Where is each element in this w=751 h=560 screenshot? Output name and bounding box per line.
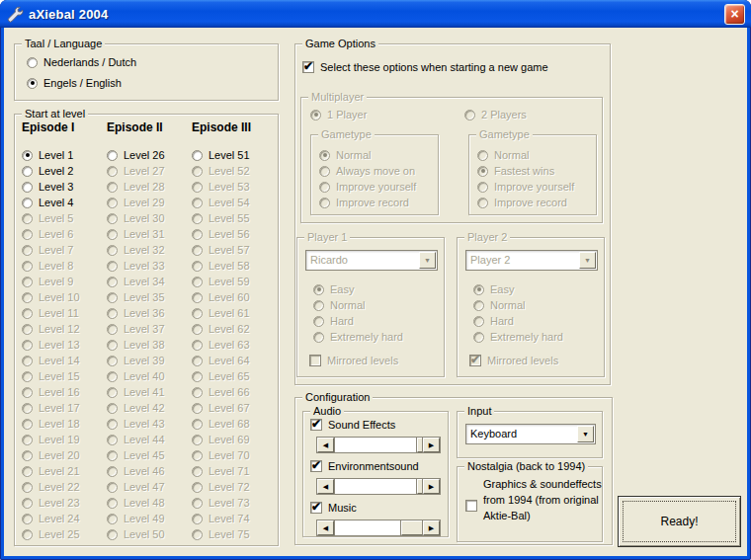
player-count-option-1: 1 Player [310, 107, 367, 122]
radio-level-24: Level 24 [22, 511, 105, 526]
radio-easy: Easy [473, 281, 563, 297]
radio-level-3[interactable]: Level 3 [22, 179, 105, 195]
radio-level-18: Level 18 [22, 416, 105, 432]
radio-icon [22, 419, 33, 430]
arrow-left-icon[interactable]: ◀ [317, 438, 334, 452]
radio-level-51[interactable]: Level 51 [192, 147, 275, 163]
radio-label: Level 29 [124, 197, 165, 208]
input-combo[interactable]: Keyboard ▼ [465, 424, 596, 444]
radio-label: Level 39 [124, 355, 165, 366]
arrow-left-icon[interactable]: ◀ [317, 479, 334, 494]
radio-level-75: Level 75 [192, 526, 275, 542]
close-button[interactable]: × [724, 4, 745, 25]
environmentsound-row[interactable]: ✔ Environmentsound [310, 460, 419, 473]
radio-label: Level 52 [209, 165, 250, 177]
chevron-down-icon[interactable]: ▼ [577, 426, 594, 442]
radio-icon [313, 316, 324, 327]
radio-icon [192, 229, 203, 240]
radio-label: Improve record [494, 197, 567, 208]
radio-label: Level 48 [124, 497, 165, 509]
chevron-down-icon: ▼ [419, 252, 436, 269]
radio-level-65: Level 65 [192, 368, 275, 384]
radio-hard: Hard [313, 313, 403, 329]
radio-icon [22, 340, 33, 351]
radio-level-25: Level 25 [22, 526, 105, 542]
player1-mirrored-label: Mirrored levels [327, 355, 398, 367]
radio-level-66: Level 66 [192, 384, 275, 400]
language-group: Taal / Language Nederlands / DutchEngels… [14, 43, 279, 101]
arrow-right-icon[interactable]: ▶ [423, 520, 440, 535]
radio-level-2[interactable]: Level 2 [22, 163, 105, 179]
radio-icon [22, 198, 33, 208]
environmentsound-slider[interactable]: ◀ ▶ [316, 478, 441, 495]
arrow-left-icon[interactable]: ◀ [317, 520, 334, 535]
radio-icon [192, 198, 203, 208]
radio-level-48: Level 48 [107, 495, 190, 511]
nostalgia-label: Graphics & soundeffects from 1994 (from … [483, 476, 602, 523]
player1-group: Player 1 Ricardo ▼ EasyNormalHardExtreme… [296, 237, 445, 377]
radio-label: Level 32 [124, 244, 165, 256]
radio-level-26[interactable]: Level 26 [107, 147, 190, 163]
ready-button[interactable]: Ready! [618, 496, 741, 547]
arrow-right-icon[interactable]: ▶ [423, 438, 440, 452]
radio-label: Level 70 [209, 449, 250, 461]
radio-icon [192, 150, 203, 161]
music-slider[interactable]: ◀ ▶ [316, 520, 441, 536]
radio-icon [192, 213, 203, 224]
scrollbar-thumb[interactable] [401, 520, 423, 535]
radio-icon [107, 150, 118, 161]
radio-icon [192, 261, 203, 272]
radio-icon [192, 529, 203, 540]
radio-label: Level 65 [209, 370, 250, 382]
radio-label: Level 71 [209, 465, 250, 477]
radio-level-33: Level 33 [107, 258, 190, 274]
music-checkbox[interactable]: ✔ [310, 502, 322, 514]
radio-icon [477, 166, 488, 177]
radio-label: Level 56 [209, 228, 250, 240]
radio-icon [192, 387, 203, 398]
sound-effects-slider[interactable]: ◀ ▶ [316, 437, 441, 453]
sound-effects-checkbox[interactable]: ✔ [310, 419, 322, 431]
radio-label: Level 14 [39, 355, 80, 366]
player-count-option-2: 2 Players [464, 107, 527, 122]
radio-label: Level 55 [209, 212, 250, 224]
nostalgia-checkbox[interactable]: ✔ [465, 500, 477, 512]
title-bar[interactable]: aXiebal 2004 × [0, 0, 751, 28]
radio-level-21: Level 21 [22, 463, 105, 479]
radio-label: Level 36 [124, 307, 165, 319]
autostart-checkbox-row[interactable]: ✔ Select these options when starting a n… [302, 61, 548, 74]
radio-level-23: Level 23 [22, 495, 105, 511]
radio-level-15: Level 15 [22, 368, 105, 384]
radio-level-1[interactable]: Level 1 [22, 147, 105, 163]
gametype-right-title: Gametype [476, 127, 533, 141]
radio-icon [107, 450, 118, 461]
radio-improve-yourself: Improve yourself [319, 179, 416, 195]
radio-label: Level 34 [124, 276, 165, 287]
radio-icon [319, 166, 330, 177]
radio-extremely-hard: Extremely hard [313, 329, 403, 345]
radio-engels-english[interactable]: Engels / English [27, 75, 136, 91]
environmentsound-checkbox[interactable]: ✔ [310, 460, 322, 472]
radio-icon [107, 340, 118, 351]
sound-effects-row[interactable]: ✔ Sound Effects [310, 419, 395, 432]
radio-icon [107, 213, 118, 224]
radio-level-31: Level 31 [107, 226, 190, 242]
radio-label: Level 16 [39, 386, 80, 398]
radio-icon [192, 403, 203, 414]
gametype-right-group: Gametype NormalFastest winsImprove yours… [468, 134, 597, 215]
radio-label: Improve yourself [494, 181, 574, 193]
arrow-right-icon[interactable]: ▶ [423, 479, 440, 494]
radio-level-40: Level 40 [107, 368, 190, 384]
music-row[interactable]: ✔ Music [310, 502, 357, 515]
radio-level-54: Level 54 [192, 195, 275, 210]
radio-level-22: Level 22 [22, 479, 105, 495]
radio-nederlands-dutch[interactable]: Nederlands / Dutch [27, 54, 136, 70]
radio-icon [22, 261, 33, 272]
radio-label: Level 20 [39, 449, 80, 461]
radio-icon [22, 387, 33, 398]
radio-icon [22, 403, 33, 414]
radio-level-4[interactable]: Level 4 [22, 195, 105, 210]
autostart-checkbox[interactable]: ✔ [302, 61, 314, 73]
multiplayer-title: Multiplayer [308, 90, 367, 104]
radio-icon [107, 245, 118, 256]
